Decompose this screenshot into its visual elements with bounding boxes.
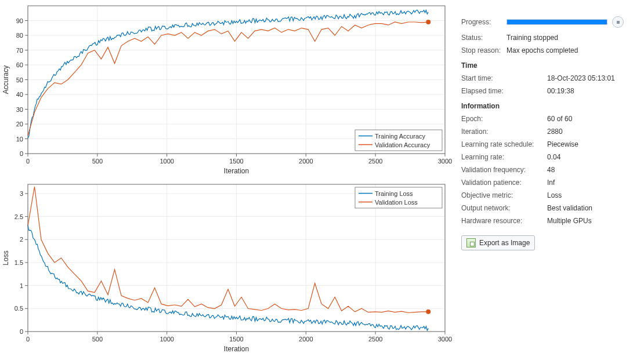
svg-text:0: 0 (20, 328, 23, 335)
svg-text:1500: 1500 (229, 158, 243, 165)
time-header: Time (461, 61, 632, 70)
svg-text:Accuracy: Accuracy (2, 65, 10, 94)
epoch-value: 60 of 60 (547, 115, 572, 123)
progress-label: Progress: (461, 18, 506, 26)
lr-sched-value: Piecewise (547, 140, 578, 148)
svg-text:500: 500 (92, 336, 103, 343)
svg-text:Validation Loss: Validation Loss (375, 199, 418, 206)
status-value: Training stopped (506, 34, 558, 42)
svg-text:30: 30 (16, 106, 23, 113)
svg-text:1.5: 1.5 (15, 259, 23, 266)
svg-text:50: 50 (16, 77, 23, 83)
svg-text:40: 40 (16, 91, 23, 98)
svg-text:Training Accuracy: Training Accuracy (375, 133, 426, 140)
svg-text:0: 0 (20, 150, 23, 157)
svg-text:2000: 2000 (299, 336, 313, 343)
outnet-value: Best validation (547, 204, 592, 212)
svg-text:Training Loss: Training Loss (375, 190, 413, 197)
epoch-label: Epoch: (461, 115, 547, 123)
svg-text:Validation Accuracy: Validation Accuracy (375, 141, 430, 148)
charts-panel: 0500100015002000250030000102030405060708… (0, 0, 455, 353)
svg-text:3000: 3000 (438, 336, 452, 343)
elapsed-label: Elapsed time: (461, 87, 547, 95)
obj-value: Loss (547, 191, 562, 199)
export-label: Export as Image (479, 239, 530, 247)
svg-text:1: 1 (20, 282, 23, 289)
elapsed-value: 00:19:38 (547, 87, 574, 95)
svg-text:60: 60 (16, 61, 23, 68)
svg-text:90: 90 (16, 17, 23, 24)
svg-text:0: 0 (26, 158, 30, 165)
svg-text:Iteration: Iteration (224, 167, 249, 175)
stop-button[interactable] (612, 16, 624, 28)
svg-text:2000: 2000 (299, 158, 313, 165)
status-label: Status: (461, 34, 506, 42)
hw-value: Multiple GPUs (547, 217, 592, 225)
accuracy-chart: 0500100015002000250030000102030405060708… (0, 0, 455, 179)
svg-text:0: 0 (26, 336, 30, 343)
svg-text:2500: 2500 (368, 158, 382, 165)
svg-text:70: 70 (16, 47, 23, 54)
svg-text:1000: 1000 (160, 336, 173, 343)
svg-text:10: 10 (16, 136, 23, 143)
image-export-icon (466, 238, 476, 248)
svg-text:Loss: Loss (2, 250, 10, 265)
vfreq-value: 48 (547, 166, 555, 174)
outnet-label: Output network: (461, 204, 547, 212)
svg-text:3000: 3000 (438, 158, 452, 165)
info-sidebar: Progress: Status: Training stopped Stop … (455, 0, 638, 353)
svg-text:2500: 2500 (368, 336, 382, 343)
progress-bar (506, 19, 607, 25)
svg-text:2: 2 (20, 236, 23, 243)
lr-sched-label: Learning rate schedule: (461, 140, 547, 148)
svg-point-54 (426, 20, 430, 24)
stop-icon (617, 21, 620, 24)
hw-label: Hardware resource: (461, 217, 547, 225)
progress-bar-fill (507, 20, 607, 24)
svg-text:2.5: 2.5 (15, 213, 23, 220)
svg-text:3: 3 (20, 190, 23, 197)
svg-text:Iteration: Iteration (224, 345, 249, 353)
stop-reason-value: Max epochs completed (506, 46, 578, 54)
svg-text:20: 20 (16, 121, 23, 128)
svg-text:80: 80 (16, 32, 23, 39)
iteration-value: 2880 (547, 128, 563, 136)
loss-chart: 05001000150020002500300000.511.522.53Ite… (0, 179, 455, 353)
svg-text:0.5: 0.5 (15, 305, 23, 312)
vpat-value: Inf (547, 179, 555, 187)
lr-value: 0.04 (547, 153, 560, 161)
lr-label: Learning rate: (461, 153, 547, 161)
start-time-value: 18-Oct-2023 05:13:01 (547, 74, 615, 82)
vpat-label: Validation patience: (461, 179, 547, 187)
svg-text:1500: 1500 (229, 336, 243, 343)
obj-label: Objective metric: (461, 191, 547, 199)
start-time-label: Start time: (461, 74, 547, 82)
svg-point-105 (426, 310, 430, 314)
info-header: Information (461, 102, 632, 110)
svg-text:1000: 1000 (160, 158, 173, 165)
stop-reason-label: Stop reason: (461, 46, 506, 54)
export-as-image-button[interactable]: Export as Image (461, 235, 535, 250)
iteration-label: Iteration: (461, 128, 547, 136)
vfreq-label: Validation frequency: (461, 166, 547, 174)
svg-text:500: 500 (92, 158, 103, 165)
